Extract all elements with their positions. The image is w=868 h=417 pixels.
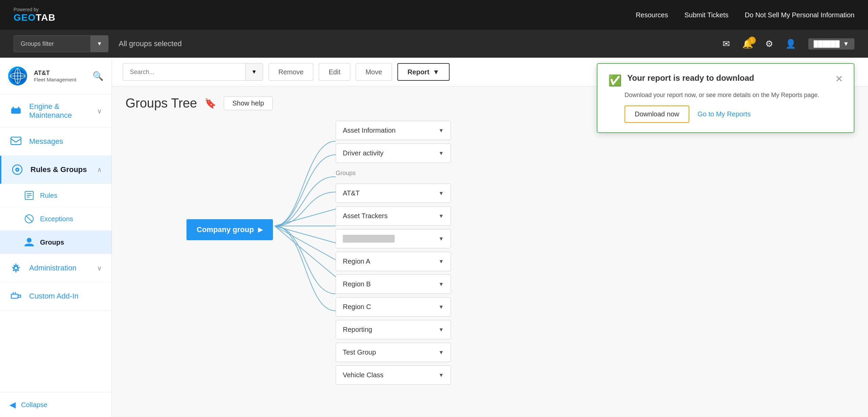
group-node-asset-info[interactable]: Asset Information ▼	[336, 121, 451, 140]
sidebar-item-engine[interactable]: Engine & Maintenance ∨	[0, 95, 112, 128]
engine-icon	[9, 105, 22, 117]
group-node-vehicle-class[interactable]: Vehicle Class ▼	[336, 365, 451, 385]
sidebar-sub-groups[interactable]: Groups	[0, 231, 112, 254]
collapse-sidebar[interactable]: ◀ Collapse	[0, 392, 112, 417]
report-button[interactable]: Report ▼	[397, 63, 450, 81]
custom-addon-icon	[9, 290, 22, 303]
mail-button[interactable]: ✉	[723, 39, 730, 49]
group-node-region-a[interactable]: Region A ▼	[336, 252, 451, 271]
svg-rect-8	[11, 137, 21, 145]
administration-icon	[9, 262, 22, 274]
content-area: ▼ Remove Edit Move Report ▼ Groups Tree …	[112, 58, 868, 417]
report-btn-label: Report	[408, 68, 429, 76]
filter-bar: Groups filter ▼ All groups selected ✉ 🔔 …	[0, 30, 868, 58]
group-node-blurred[interactable]: ████████ ▼	[336, 229, 451, 248]
notification-header: ✅ Your report is ready to download ✕	[608, 73, 843, 87]
group-nodes-container: Asset Information ▼ Driver activity ▼ Gr…	[336, 121, 451, 385]
notification-badge: 1	[748, 37, 756, 44]
sidebar-item-custom-addon-label: Custom Add-In	[29, 292, 102, 301]
move-button[interactable]: Move	[356, 63, 392, 81]
search-input[interactable]	[123, 69, 245, 76]
driver-activity-arrow: ▼	[438, 150, 444, 156]
sidebar-search-icon[interactable]: 🔍	[93, 71, 103, 81]
download-now-button[interactable]: Download now	[625, 106, 689, 123]
sidebar-sub-exceptions[interactable]: Exceptions	[0, 207, 112, 231]
user-dropdown-arrow: ▼	[843, 40, 849, 48]
company-node-arrow: ▶	[258, 226, 263, 233]
svg-rect-20	[11, 294, 18, 298]
brand-logo: Powered by GEOTAB	[14, 7, 56, 23]
messages-icon	[9, 135, 22, 148]
sidebar-item-messages[interactable]: Messages	[0, 128, 112, 156]
group-node-driver-activity[interactable]: Driver activity ▼	[336, 144, 451, 163]
go-to-reports-link[interactable]: Go to My Reports	[697, 110, 751, 118]
asset-trackers-label: Asset Trackers	[343, 212, 388, 220]
svg-rect-6	[13, 107, 14, 110]
sidebar-header: AT&T Fleet Management 🔍	[0, 58, 112, 95]
top-bar: Powered by GEOTAB Resources Submit Ticke…	[0, 0, 868, 30]
nav-submit-tickets[interactable]: Submit Tickets	[684, 11, 728, 19]
sidebar-item-administration[interactable]: Administration ∨	[0, 254, 112, 282]
notification-actions: Download now Go to My Reports	[625, 106, 843, 123]
user-dropdown[interactable]: ██████ ▼	[808, 38, 854, 50]
geotab-brand: Powered by GEOTAB	[14, 7, 56, 23]
att-label: AT&T	[343, 189, 360, 197]
region-c-label: Region C	[343, 303, 371, 311]
filter-bar-right: ✉ 🔔 1 ⚙ 👤 ██████ ▼	[723, 38, 854, 50]
blurred-label: ████████	[343, 235, 395, 243]
groups-section-label: Groups	[336, 168, 451, 179]
sidebar-sub-rules-label: Rules	[40, 192, 57, 200]
svg-rect-7	[18, 107, 19, 110]
sidebar-item-administration-label: Administration	[29, 264, 90, 272]
show-help-button[interactable]: Show help	[224, 96, 272, 110]
report-nodes-section: Asset Information ▼ Driver activity ▼	[336, 121, 451, 163]
sidebar-item-engine-label: Engine & Maintenance	[29, 102, 90, 120]
top-nav: Resources Submit Tickets Do Not Sell My …	[636, 11, 854, 19]
bookmark-icon[interactable]: 🔖	[204, 98, 216, 109]
sidebar-item-rules-groups[interactable]: Rules & Groups ∧	[0, 156, 112, 184]
sidebar-app-subtitle: Fleet Management	[34, 77, 76, 82]
notification-title: Your report is ready to download	[627, 73, 830, 83]
user-button[interactable]: 👤	[785, 39, 796, 49]
group-node-region-b[interactable]: Region B ▼	[336, 274, 451, 294]
groups-filter-arrow[interactable]: ▼	[91, 36, 108, 52]
svg-line-17	[26, 216, 32, 222]
att-logo	[8, 67, 27, 86]
vehicle-class-label: Vehicle Class	[343, 371, 383, 379]
sidebar-sub-rules[interactable]: Rules	[0, 184, 112, 207]
notification-close-button[interactable]: ✕	[835, 73, 843, 84]
user-name: ██████	[814, 40, 840, 48]
sidebar-app-name: AT&T	[34, 70, 76, 77]
settings-button[interactable]: ⚙	[765, 39, 773, 49]
group-node-test-group[interactable]: Test Group ▼	[336, 343, 451, 362]
region-b-label: Region B	[343, 280, 371, 288]
group-node-reporting[interactable]: Reporting ▼	[336, 320, 451, 339]
group-node-asset-trackers[interactable]: Asset Trackers ▼	[336, 206, 451, 226]
company-group-label: Company group	[197, 225, 254, 234]
groups-filter-select[interactable]: Groups filter ▼	[14, 35, 108, 52]
sidebar-item-custom-addon[interactable]: Custom Add-In	[0, 282, 112, 310]
nav-do-not-sell[interactable]: Do Not Sell My Personal Information	[745, 11, 854, 19]
nav-resources[interactable]: Resources	[636, 11, 668, 19]
sidebar-brand: AT&T Fleet Management	[34, 70, 76, 82]
geotab-logo: GEOTAB	[14, 12, 56, 23]
group-node-region-c[interactable]: Region C ▼	[336, 297, 451, 317]
sidebar-sub-exceptions-label: Exceptions	[40, 215, 73, 223]
tree-svg-wrapper: Company group ▶ Asset Information ▼ Driv…	[125, 121, 854, 358]
notifications-button[interactable]: 🔔 1	[742, 39, 753, 49]
company-group-node[interactable]: Company group ▶	[186, 219, 273, 240]
sidebar-nav: Engine & Maintenance ∨ Messages Rules & …	[0, 95, 112, 392]
success-icon: ✅	[608, 74, 622, 87]
remove-button[interactable]: Remove	[269, 63, 313, 81]
groups-icon	[24, 237, 35, 248]
search-dropdown-arrow[interactable]: ▼	[245, 63, 263, 80]
search-bar: ▼	[123, 63, 263, 81]
notification-popup: ✅ Your report is ready to download ✕ Dow…	[597, 63, 854, 133]
edit-button[interactable]: Edit	[319, 63, 350, 81]
groups-filter-label: Groups filter	[14, 40, 91, 48]
notification-description: Download your report now, or see more de…	[625, 92, 843, 99]
admin-arrow: ∨	[97, 264, 102, 272]
test-group-label: Test Group	[343, 348, 376, 356]
collapse-arrow-icon: ◀	[9, 400, 16, 410]
group-node-att[interactable]: AT&T ▼	[336, 184, 451, 203]
